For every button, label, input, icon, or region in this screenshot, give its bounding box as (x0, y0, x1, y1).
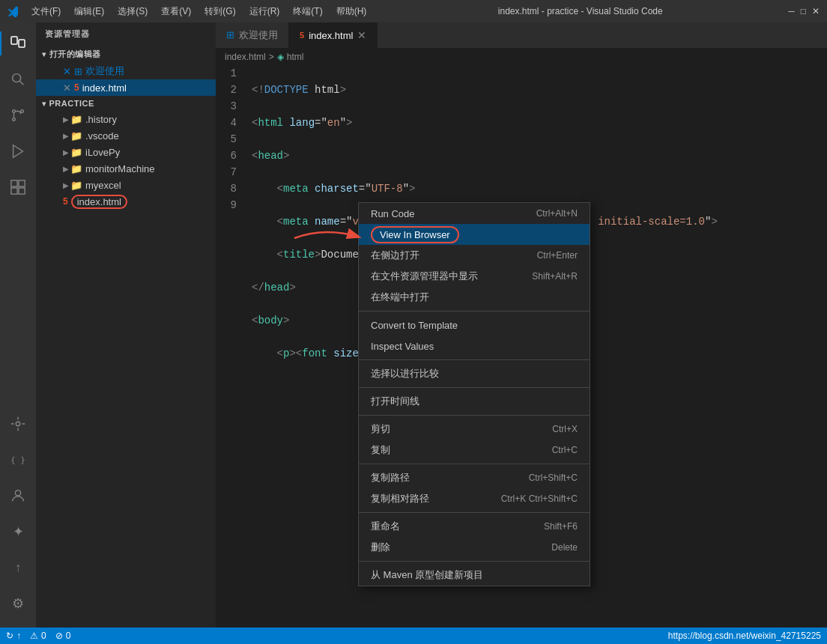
tab-indexhtml[interactable]: 5 index.html ✕ (289, 22, 378, 48)
ctx-open-side-label: 在侧边打开 (371, 249, 419, 262)
ctx-copy-rel-label: 复制相对路径 (371, 492, 429, 505)
ctx-convert-label: Convert to Template (371, 320, 458, 331)
extensions-activity-icon[interactable] (0, 169, 36, 205)
ctx-timeline-label: 打开时间线 (371, 395, 419, 408)
sidebar-item-ilovepy[interactable]: ▶ 📁 iLovePy (36, 144, 216, 160)
minimize-icon[interactable]: ─ (788, 6, 795, 16)
ctx-open-side-shortcut: Ctrl+Enter (537, 250, 578, 261)
ctx-delete[interactable]: 删除 Delete (359, 537, 590, 558)
title-bar-left: 文件(F) 编辑(E) 选择(S) 查看(V) 转到(G) 运行(R) 终端(T… (7, 4, 372, 19)
ctx-sep3 (359, 387, 590, 388)
ctx-inspect-values[interactable]: Inspect Values (359, 335, 590, 356)
monitormachine-folder-icon: 📁 (70, 163, 82, 174)
sidebar: 资源管理器 ▾ 打开的编辑器 ✕ ⊞ 欢迎使用 ✕ 5 index.html ▾… (36, 22, 216, 628)
ctx-timeline[interactable]: 打开时间线 (359, 391, 590, 412)
status-branch[interactable]: ↻ ↑ (6, 631, 21, 641)
ctx-view-in-browser[interactable]: View In Browser (359, 224, 590, 245)
svg-point-13 (15, 490, 20, 496)
menu-help[interactable]: 帮助(H) (330, 4, 373, 19)
maximize-icon[interactable]: □ (801, 6, 806, 16)
sidebar-item-vscode[interactable]: ▶ 📁 .vscode (36, 127, 216, 144)
status-warnings[interactable]: ⊘ 0 (55, 631, 71, 641)
sidebar-indexhtml-label: index.html (82, 82, 127, 94)
ctx-open-side[interactable]: 在侧边打开 Ctrl+Enter (359, 245, 590, 266)
line-numbers: 1 2 3 4 5 6 7 8 9 (216, 65, 246, 395)
history-arrow: ▶ (63, 115, 69, 124)
warning-icon: ⊘ (55, 631, 63, 641)
html-file-icon: 5 (74, 82, 79, 93)
indexfile-icon: 5 (63, 196, 68, 207)
source-control-activity-icon[interactable] (0, 97, 36, 133)
sidebar-item-history[interactable]: ▶ 📁 .history (36, 111, 216, 127)
search-activity-icon[interactable] (0, 61, 36, 97)
ctx-copy-rel-path[interactable]: 复制相对路径 Ctrl+K Ctrl+Shift+C (359, 488, 590, 509)
ctx-copy-path[interactable]: 复制路径 Ctrl+Shift+C (359, 467, 590, 488)
ctx-run-code[interactable]: Run Code Ctrl+Alt+N (359, 203, 590, 224)
sidebar-indexhtml-item[interactable]: ✕ 5 index.html (36, 79, 216, 96)
welcome-icon: ✕ (63, 66, 71, 77)
status-left: ↻ ↑ ⚠ 0 ⊘ 0 (6, 631, 70, 641)
ctx-rename[interactable]: 重命名 Shift+F6 (359, 516, 590, 537)
ctx-copy[interactable]: 复制 Ctrl+C (359, 440, 590, 461)
ctx-rename-label: 重命名 (371, 520, 400, 533)
git-sync-activity-icon[interactable]: ↑ (0, 550, 36, 586)
practice-arrow: ▾ (42, 100, 46, 108)
indexhtml-close-icon: ✕ (63, 82, 71, 94)
menu-run[interactable]: 运行(R) (243, 4, 286, 19)
menu-select[interactable]: 选择(S) (112, 4, 154, 19)
ctx-maven[interactable]: 从 Maven 原型创建新项目 (359, 565, 590, 586)
error-icon: ⚠ (30, 631, 38, 641)
menu-goto[interactable]: 转到(G) (199, 4, 241, 19)
json-activity-icon[interactable]: { } (0, 442, 36, 478)
status-url[interactable]: https://blog.csdn.net/weixin_42715225 (668, 631, 821, 641)
sparkle-activity-icon[interactable]: ✦ (0, 514, 36, 550)
ctx-cut[interactable]: 剪切 Ctrl+X (359, 419, 590, 440)
window-controls: ─ □ ✕ (788, 6, 820, 16)
myexcel-folder-icon: 📁 (70, 180, 82, 191)
debug-activity-icon[interactable] (0, 133, 36, 169)
sidebar-item-indexfile[interactable]: 5 index.html (36, 193, 216, 210)
ctx-show-explorer-label: 在文件资源管理器中显示 (371, 270, 478, 283)
ctx-copy-path-label: 复制路径 (371, 471, 410, 484)
ctx-compare[interactable]: 选择以进行比较 (359, 363, 590, 384)
sidebar-welcome-item[interactable]: ✕ ⊞ 欢迎使用 (36, 63, 216, 79)
breadcrumb-sep1: > (269, 52, 274, 62)
ctx-show-in-explorer[interactable]: 在文件资源管理器中显示 Shift+Alt+R (359, 266, 590, 287)
welcome-tab-icon: ⊞ (226, 29, 234, 40)
breadcrumb-file[interactable]: index.html (225, 52, 266, 62)
editor-area: ⊞ 欢迎使用 5 index.html ✕ index.html > ◈ htm… (216, 22, 827, 628)
vscode-label: .vscode (85, 130, 119, 142)
status-errors[interactable]: ⚠ 0 (30, 631, 46, 641)
remote-activity-icon[interactable] (0, 406, 36, 442)
open-editors-section[interactable]: ▾ 打开的编辑器 (36, 46, 216, 63)
svg-rect-11 (19, 188, 25, 194)
explorer-activity-icon[interactable] (0, 25, 36, 61)
menu-terminal[interactable]: 终端(T) (287, 4, 328, 19)
svg-rect-1 (19, 40, 25, 47)
menu-file[interactable]: 文件(F) (25, 4, 67, 19)
ctx-copy-label: 复制 (371, 443, 390, 457)
menu-edit[interactable]: 编辑(E) (68, 4, 110, 19)
ctx-open-terminal[interactable]: 在终端中打开 (359, 287, 590, 308)
menu-view[interactable]: 查看(V) (155, 4, 197, 19)
account-activity-icon[interactable] (0, 478, 36, 514)
svg-rect-0 (11, 37, 17, 44)
close-icon[interactable]: ✕ (812, 6, 820, 16)
ilovepy-folder-icon: 📁 (70, 147, 82, 158)
svg-point-6 (13, 118, 16, 121)
window-title: index.html - practice - Visual Studio Co… (372, 6, 788, 16)
indexfile-label: index.html (71, 195, 127, 209)
breadcrumb-html[interactable]: html (287, 52, 304, 62)
breadcrumb: index.html > ◈ html (216, 49, 827, 65)
sidebar-item-myexcel[interactable]: ▶ 📁 myexcel (36, 177, 216, 193)
status-bar: ↻ ↑ ⚠ 0 ⊘ 0 https://blog.csdn.net/weixin… (0, 628, 827, 644)
svg-point-4 (13, 110, 16, 113)
ctx-copy-shortcut: Ctrl+C (552, 445, 578, 455)
sidebar-item-monitormachine[interactable]: ▶ 📁 monitorMachine (36, 160, 216, 177)
settings-activity-icon[interactable]: ⚙ (0, 586, 36, 622)
tab-close-button[interactable]: ✕ (357, 29, 366, 41)
practice-section[interactable]: ▾ PRACTICE (36, 96, 216, 111)
ctx-maven-label: 从 Maven 原型创建新项目 (371, 568, 483, 582)
ctx-convert-template[interactable]: Convert to Template (359, 315, 590, 335)
tab-welcome[interactable]: ⊞ 欢迎使用 (216, 22, 289, 48)
